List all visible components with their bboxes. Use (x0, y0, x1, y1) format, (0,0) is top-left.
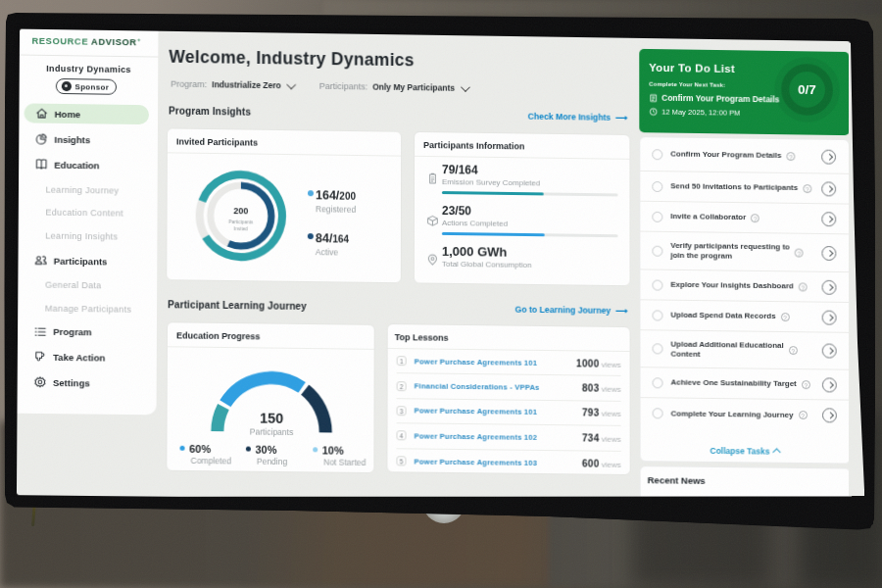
svg-text:200: 200 (233, 207, 248, 217)
svg-text:Invited: Invited (234, 226, 248, 231)
svg-text:Participants: Participants (228, 220, 254, 225)
